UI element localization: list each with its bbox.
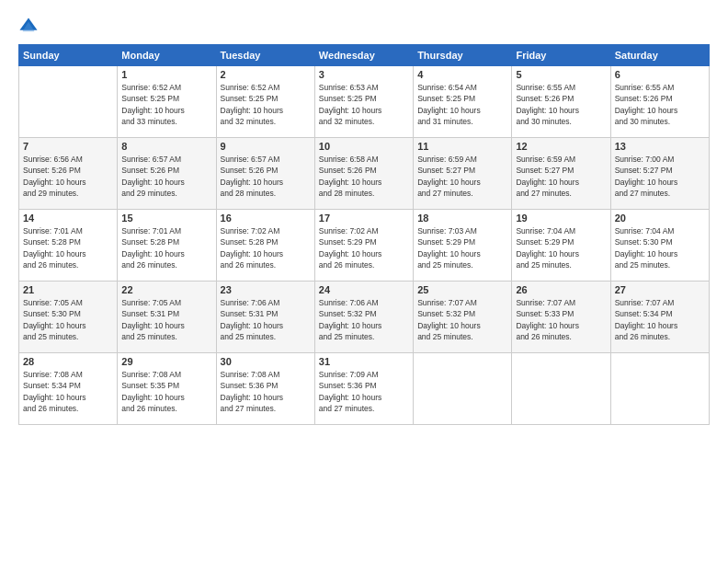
day-number: 14 — [23, 213, 113, 224]
day-number: 26 — [516, 284, 606, 295]
day-info: Sunrise: 7:05 AM Sunset: 5:31 PM Dayligh… — [121, 297, 211, 342]
day-info: Sunrise: 6:56 AM Sunset: 5:26 PM Dayligh… — [23, 154, 113, 199]
day-info: Sunrise: 7:09 AM Sunset: 5:36 PM Dayligh… — [319, 369, 409, 414]
day-cell: 24Sunrise: 7:06 AM Sunset: 5:32 PM Dayli… — [314, 282, 413, 353]
day-number: 25 — [417, 284, 507, 295]
logo — [18, 17, 42, 37]
day-number: 30 — [221, 356, 311, 367]
day-info: Sunrise: 7:07 AM Sunset: 5:32 PM Dayligh… — [417, 297, 507, 342]
day-info: Sunrise: 7:08 AM Sunset: 5:34 PM Dayligh… — [23, 369, 113, 414]
day-cell: 10Sunrise: 6:58 AM Sunset: 5:26 PM Dayli… — [314, 138, 413, 210]
day-number: 19 — [516, 213, 606, 224]
weekday-header-wednesday: Wednesday — [314, 45, 413, 66]
day-number: 13 — [615, 141, 705, 152]
day-cell: 22Sunrise: 7:05 AM Sunset: 5:31 PM Dayli… — [118, 282, 216, 353]
day-number: 27 — [615, 284, 705, 295]
weekday-header-sunday: Sunday — [19, 45, 118, 66]
day-cell: 1Sunrise: 6:52 AM Sunset: 5:25 PM Daylig… — [118, 66, 216, 138]
week-row-5: 28Sunrise: 7:08 AM Sunset: 5:34 PM Dayli… — [19, 353, 710, 425]
day-cell: 21Sunrise: 7:05 AM Sunset: 5:30 PM Dayli… — [19, 282, 118, 353]
day-info: Sunrise: 6:59 AM Sunset: 5:27 PM Dayligh… — [516, 154, 606, 199]
day-number: 16 — [221, 213, 311, 224]
day-info: Sunrise: 6:55 AM Sunset: 5:26 PM Dayligh… — [615, 82, 705, 127]
day-cell: 16Sunrise: 7:02 AM Sunset: 5:28 PM Dayli… — [216, 210, 314, 282]
day-cell — [512, 353, 610, 425]
day-info: Sunrise: 7:06 AM Sunset: 5:32 PM Dayligh… — [319, 297, 409, 342]
day-cell: 2Sunrise: 6:52 AM Sunset: 5:25 PM Daylig… — [216, 66, 314, 138]
weekday-header-tuesday: Tuesday — [216, 45, 314, 66]
day-cell: 30Sunrise: 7:08 AM Sunset: 5:36 PM Dayli… — [216, 353, 314, 425]
weekday-header-row: SundayMondayTuesdayWednesdayThursdayFrid… — [19, 45, 710, 66]
weekday-header-saturday: Saturday — [610, 45, 709, 66]
day-number: 5 — [516, 69, 606, 80]
day-cell: 12Sunrise: 6:59 AM Sunset: 5:27 PM Dayli… — [512, 138, 610, 210]
day-cell: 9Sunrise: 6:57 AM Sunset: 5:26 PM Daylig… — [216, 138, 314, 210]
day-number: 6 — [615, 69, 705, 80]
day-number: 8 — [121, 141, 211, 152]
day-info: Sunrise: 7:04 AM Sunset: 5:29 PM Dayligh… — [516, 225, 606, 270]
day-cell: 23Sunrise: 7:06 AM Sunset: 5:31 PM Dayli… — [216, 282, 314, 353]
day-info: Sunrise: 7:02 AM Sunset: 5:29 PM Dayligh… — [319, 225, 409, 270]
day-cell: 20Sunrise: 7:04 AM Sunset: 5:30 PM Dayli… — [610, 210, 709, 282]
day-info: Sunrise: 6:57 AM Sunset: 5:26 PM Dayligh… — [121, 154, 211, 199]
day-info: Sunrise: 6:54 AM Sunset: 5:25 PM Dayligh… — [417, 82, 507, 127]
day-number: 4 — [417, 69, 507, 80]
day-number: 12 — [516, 141, 606, 152]
day-cell: 18Sunrise: 7:03 AM Sunset: 5:29 PM Dayli… — [414, 210, 512, 282]
day-number: 7 — [23, 141, 113, 152]
day-info: Sunrise: 6:52 AM Sunset: 5:25 PM Dayligh… — [221, 82, 311, 127]
day-cell: 5Sunrise: 6:55 AM Sunset: 5:26 PM Daylig… — [512, 66, 610, 138]
weekday-header-monday: Monday — [118, 45, 216, 66]
day-cell: 7Sunrise: 6:56 AM Sunset: 5:26 PM Daylig… — [19, 138, 118, 210]
week-row-4: 21Sunrise: 7:05 AM Sunset: 5:30 PM Dayli… — [19, 282, 710, 353]
day-cell: 29Sunrise: 7:08 AM Sunset: 5:35 PM Dayli… — [118, 353, 216, 425]
day-info: Sunrise: 7:06 AM Sunset: 5:31 PM Dayligh… — [221, 297, 311, 342]
calendar-table: SundayMondayTuesdayWednesdayThursdayFrid… — [18, 44, 710, 425]
day-info: Sunrise: 6:53 AM Sunset: 5:25 PM Dayligh… — [319, 82, 409, 127]
day-info: Sunrise: 7:07 AM Sunset: 5:34 PM Dayligh… — [615, 297, 705, 342]
week-row-1: 1Sunrise: 6:52 AM Sunset: 5:25 PM Daylig… — [19, 66, 710, 138]
day-number: 11 — [417, 141, 507, 152]
day-info: Sunrise: 7:04 AM Sunset: 5:30 PM Dayligh… — [615, 225, 705, 270]
day-number: 17 — [319, 213, 409, 224]
day-info: Sunrise: 6:55 AM Sunset: 5:26 PM Dayligh… — [516, 82, 606, 127]
day-number: 1 — [121, 69, 211, 80]
day-number: 21 — [23, 284, 113, 295]
week-row-2: 7Sunrise: 6:56 AM Sunset: 5:26 PM Daylig… — [19, 138, 710, 210]
day-cell: 15Sunrise: 7:01 AM Sunset: 5:28 PM Dayli… — [118, 210, 216, 282]
day-number: 20 — [615, 213, 705, 224]
day-cell — [414, 353, 512, 425]
day-info: Sunrise: 6:58 AM Sunset: 5:26 PM Dayligh… — [319, 154, 409, 199]
day-cell — [19, 66, 118, 138]
day-info: Sunrise: 7:01 AM Sunset: 5:28 PM Dayligh… — [23, 225, 113, 270]
day-number: 23 — [221, 284, 311, 295]
day-number: 31 — [319, 356, 409, 367]
day-cell: 3Sunrise: 6:53 AM Sunset: 5:25 PM Daylig… — [314, 66, 413, 138]
day-number: 29 — [121, 356, 211, 367]
day-info: Sunrise: 7:05 AM Sunset: 5:30 PM Dayligh… — [23, 297, 113, 342]
day-cell: 17Sunrise: 7:02 AM Sunset: 5:29 PM Dayli… — [314, 210, 413, 282]
header — [18, 17, 710, 37]
day-number: 3 — [319, 69, 409, 80]
day-info: Sunrise: 6:52 AM Sunset: 5:25 PM Dayligh… — [121, 82, 211, 127]
weekday-header-thursday: Thursday — [414, 45, 512, 66]
day-cell: 25Sunrise: 7:07 AM Sunset: 5:32 PM Dayli… — [414, 282, 512, 353]
day-number: 10 — [319, 141, 409, 152]
day-cell: 11Sunrise: 6:59 AM Sunset: 5:27 PM Dayli… — [414, 138, 512, 210]
day-cell: 8Sunrise: 6:57 AM Sunset: 5:26 PM Daylig… — [118, 138, 216, 210]
day-number: 9 — [221, 141, 311, 152]
day-cell: 14Sunrise: 7:01 AM Sunset: 5:28 PM Dayli… — [19, 210, 118, 282]
day-info: Sunrise: 7:08 AM Sunset: 5:36 PM Dayligh… — [221, 369, 311, 414]
day-info: Sunrise: 6:59 AM Sunset: 5:27 PM Dayligh… — [417, 154, 507, 199]
day-info: Sunrise: 7:02 AM Sunset: 5:28 PM Dayligh… — [221, 225, 311, 270]
day-number: 22 — [121, 284, 211, 295]
day-number: 24 — [319, 284, 409, 295]
day-number: 2 — [221, 69, 311, 80]
day-cell: 4Sunrise: 6:54 AM Sunset: 5:25 PM Daylig… — [414, 66, 512, 138]
logo-icon — [18, 17, 39, 37]
day-info: Sunrise: 7:01 AM Sunset: 5:28 PM Dayligh… — [121, 225, 211, 270]
day-cell: 13Sunrise: 7:00 AM Sunset: 5:27 PM Dayli… — [610, 138, 709, 210]
page: SundayMondayTuesdayWednesdayThursdayFrid… — [0, 0, 728, 563]
day-cell: 31Sunrise: 7:09 AM Sunset: 5:36 PM Dayli… — [314, 353, 413, 425]
day-number: 28 — [23, 356, 113, 367]
